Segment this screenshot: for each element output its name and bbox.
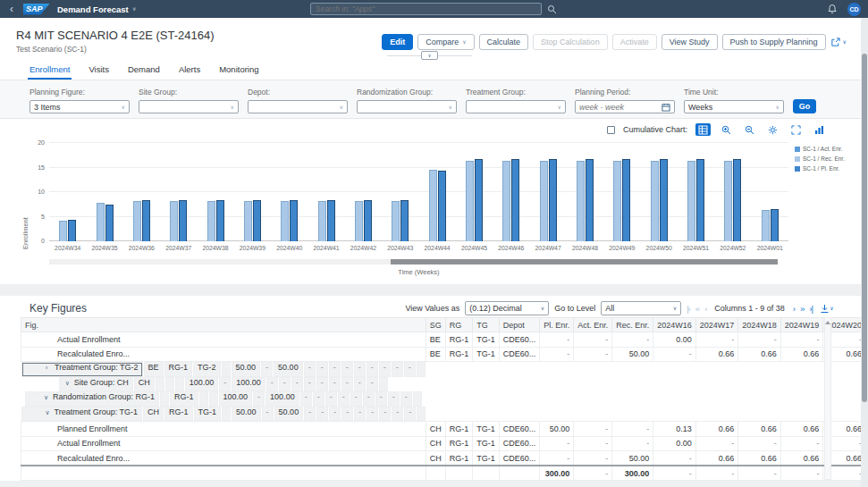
fig-cell[interactable]: Planned Enrollment: [21, 422, 426, 437]
tg-cell[interactable]: TG-1: [473, 422, 500, 437]
act-enr-cell[interactable]: -: [574, 347, 612, 362]
week-cell[interactable]: 0.66: [780, 422, 823, 437]
edit-button[interactable]: Edit: [382, 34, 413, 50]
product-title[interactable]: Demand Forecast∨: [57, 4, 137, 14]
week-cell[interactable]: 0.66: [738, 451, 781, 466]
week-cell[interactable]: -: [392, 362, 403, 377]
week-cell[interactable]: -: [313, 391, 324, 407]
pl-enr-cell[interactable]: -: [540, 451, 574, 466]
tg-cell[interactable]: TG-1: [473, 436, 500, 451]
week-cell[interactable]: 0.66: [695, 451, 738, 466]
sg-cell[interactable]: [160, 391, 169, 407]
tg-cell[interactable]: TG-2: [193, 362, 221, 377]
search-input[interactable]: [310, 3, 542, 15]
table-scrollbar[interactable]: [824, 317, 831, 480]
column-header-depot[interactable]: Depot: [499, 318, 540, 332]
act-enr-cell[interactable]: -: [253, 391, 265, 407]
tab-monitoring[interactable]: Monitoring: [219, 64, 258, 80]
week-cell[interactable]: -: [653, 347, 696, 362]
back-icon[interactable]: ‹: [7, 0, 16, 18]
total-pl-cell[interactable]: 300.00: [540, 466, 574, 481]
tg-cell[interactable]: TG-1: [473, 332, 500, 348]
planning-period-input[interactable]: week - week: [575, 100, 675, 113]
compare-button[interactable]: Compare∨: [417, 34, 474, 50]
week-cell[interactable]: -: [304, 407, 316, 422]
week-cell[interactable]: -: [354, 407, 366, 422]
week-cell[interactable]: -: [695, 436, 738, 451]
rg-cell[interactable]: RG-1: [445, 347, 473, 362]
share-button[interactable]: ∨: [830, 38, 847, 47]
tab-alerts[interactable]: Alerts: [179, 64, 200, 80]
rec-enr-cell[interactable]: 50.00: [612, 451, 653, 466]
depot-cell[interactable]: CDE60...: [499, 422, 540, 437]
pl-enr-cell[interactable]: 100.00: [219, 391, 253, 407]
collapse-node-icon[interactable]: ∨: [44, 394, 53, 401]
go-to-level-select[interactable]: All∨: [601, 301, 681, 315]
week-cell[interactable]: -: [329, 407, 341, 422]
rec-enr-cell[interactable]: -: [612, 332, 653, 348]
collapse-node-icon[interactable]: ∨: [65, 380, 74, 387]
week-cell[interactable]: -: [341, 377, 353, 392]
week-cell[interactable]: -: [367, 407, 378, 422]
week-cell[interactable]: 0.66: [695, 422, 738, 437]
week-cell[interactable]: -: [325, 391, 337, 407]
fig-cell[interactable]: Recalculated Enro...: [21, 451, 426, 466]
week-cell[interactable]: -: [316, 362, 328, 377]
fig-cell[interactable]: Recalculated Enro...: [21, 347, 426, 362]
act-enr-cell[interactable]: -: [574, 422, 612, 437]
sg-cell[interactable]: CH: [426, 422, 445, 437]
site-group-select[interactable]: ∨: [139, 100, 239, 113]
previous-column-icon[interactable]: ‹: [704, 304, 706, 314]
rg-cell[interactable]: RG-1: [445, 422, 473, 437]
week-cell[interactable]: -: [291, 377, 303, 392]
expand-node-icon[interactable]: ›: [46, 365, 55, 371]
week-cell[interactable]: -: [341, 362, 353, 377]
pl-enr-cell[interactable]: -: [540, 332, 574, 348]
last-columns-icon[interactable]: ›|: [809, 304, 813, 314]
week-cell[interactable]: 0.66: [738, 422, 781, 437]
pl-enr-cell[interactable]: 50.00: [540, 422, 574, 437]
week-cell[interactable]: 0.00: [653, 332, 696, 348]
rg-cell[interactable]: RG-1: [445, 436, 473, 451]
week-cell[interactable]: -: [400, 391, 412, 407]
act-enr-cell[interactable]: -: [574, 332, 612, 348]
column-header-sg[interactable]: SG: [426, 318, 445, 332]
fullscreen-button[interactable]: [788, 123, 804, 136]
sg-cell[interactable]: BE: [426, 347, 445, 362]
time-unit-select[interactable]: Weeks∨: [684, 100, 784, 113]
week-cell[interactable]: -: [738, 332, 781, 348]
depot-cell[interactable]: [222, 407, 231, 422]
week-cell[interactable]: -: [350, 391, 362, 407]
pl-enr-cell[interactable]: -: [540, 436, 574, 451]
push-to-supply-planning-button[interactable]: Push to Supply Planning: [722, 34, 826, 50]
chart-scrollbar-track[interactable]: [49, 259, 778, 264]
week-cell[interactable]: -: [404, 407, 416, 422]
week-cell[interactable]: 0.66: [695, 347, 738, 362]
next-page-icon[interactable]: ››: [800, 304, 804, 314]
week-cell[interactable]: -: [379, 362, 391, 377]
column-header-fig[interactable]: Fig.: [21, 318, 426, 332]
show-table-view-button[interactable]: [695, 123, 711, 136]
depot-select[interactable]: ∨: [248, 100, 348, 113]
calculate-button[interactable]: Calculate: [479, 34, 529, 50]
chart-settings-button[interactable]: [765, 123, 780, 136]
rec-enr-cell[interactable]: -: [612, 422, 653, 437]
week-cell[interactable]: 0.66: [738, 347, 781, 362]
act-enr-cell[interactable]: -: [262, 407, 274, 422]
export-button[interactable]: ∨: [818, 302, 836, 315]
rec-enr-cell[interactable]: 100.00: [232, 377, 265, 392]
sg-cell[interactable]: BE: [426, 332, 445, 348]
planning-figure-select[interactable]: 3 Items∨: [29, 100, 130, 113]
week-cell[interactable]: -: [367, 362, 378, 377]
column-header-2024w16[interactable]: 2024W16: [653, 318, 696, 332]
week-cell[interactable]: -: [379, 407, 391, 422]
fig-cell[interactable]: Actual Enrollment: [21, 436, 426, 451]
depot-cell[interactable]: CDE60...: [499, 436, 540, 451]
act-enr-cell[interactable]: -: [219, 377, 231, 392]
fig-cell[interactable]: ∨Site Group: CH: [59, 377, 133, 392]
view-values-as-select[interactable]: (0.12) Decimal∨: [465, 301, 549, 315]
tab-enrollment[interactable]: Enrollment: [29, 64, 70, 80]
chart-type-button[interactable]: [812, 123, 827, 136]
rec-enr-cell[interactable]: 100.00: [265, 391, 299, 407]
scroll-up-icon[interactable]: [825, 321, 830, 324]
